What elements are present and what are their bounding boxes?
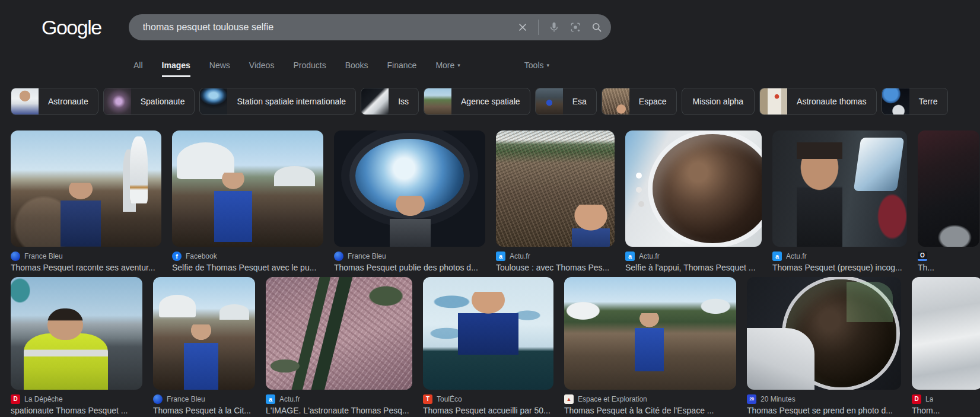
results-row-2: DLa Dépêchespationaute Thomas Pesquet ..…: [11, 277, 980, 415]
france-bleu-favicon: [334, 252, 343, 261]
result-title[interactable]: Toulouse : avec Thomas Pes...: [496, 263, 615, 272]
result-source[interactable]: aActu.fr: [266, 394, 412, 404]
tab-news[interactable]: News: [209, 61, 230, 77]
chip-label: Spationaute: [131, 97, 195, 106]
google-logo[interactable]: Google: [42, 16, 101, 39]
tab-more[interactable]: More▾: [435, 61, 460, 77]
filter-chips-row: AstronauteSpationauteStation spatiale in…: [0, 77, 980, 115]
result-title[interactable]: L'IMAGE. L'astronaute Thomas Pesq...: [266, 406, 412, 415]
result-title[interactable]: Th...: [918, 263, 979, 272]
filter-chip-esa[interactable]: Esa: [535, 88, 597, 115]
chip-thumbnail: [11, 88, 39, 115]
result-image[interactable]: [423, 277, 553, 390]
header: Google: [0, 0, 980, 55]
filter-chip-espace[interactable]: Espace: [602, 88, 677, 115]
result-source[interactable]: ▲Espace et Exploration: [564, 394, 736, 404]
espace-exploration-favicon: ▲: [564, 394, 574, 404]
tab-finance[interactable]: Finance: [387, 61, 417, 77]
search-bar[interactable]: [129, 14, 611, 40]
result-image[interactable]: [625, 130, 762, 247]
la-depeche-favicon: D: [912, 394, 921, 404]
result-source[interactable]: aActu.fr: [496, 252, 615, 261]
chip-label: Agence spatiale: [451, 97, 530, 106]
image-result-card: TToulÉcoThomas Pesquet accueilli par 50.…: [423, 277, 553, 415]
filter-chip-terre[interactable]: Terre: [882, 88, 948, 115]
filter-chip-station-spatiale-internationale[interactable]: Station spatiale internationale: [199, 88, 356, 115]
result-source[interactable]: aActu.fr: [625, 252, 762, 261]
image-result-card: DLaThom...: [912, 277, 980, 415]
result-title[interactable]: Thomas Pesquet à la Cit...: [153, 406, 255, 415]
camera-lens-icon[interactable]: [569, 21, 581, 33]
chevron-down-icon: ▾: [547, 62, 550, 68]
result-title[interactable]: Thomas Pesquet raconte ses aventur...: [11, 263, 161, 272]
result-image[interactable]: [153, 277, 255, 390]
france-bleu-favicon: [11, 252, 20, 261]
chip-thumbnail: [200, 88, 227, 115]
source-name: Facebook: [186, 252, 217, 260]
chevron-down-icon: ▾: [457, 62, 460, 68]
image-result-card: fFacebookSelfie de Thomas Pesquet avec l…: [172, 130, 323, 272]
result-title[interactable]: Thomas Pesquet à la Cité de l'Espace ...: [564, 406, 736, 415]
ouest-france-favicon: O: [918, 252, 927, 261]
tab-videos[interactable]: Videos: [249, 61, 275, 77]
result-image[interactable]: [496, 130, 615, 247]
chip-thumbnail: [104, 88, 131, 115]
chip-thumbnail: [602, 88, 629, 115]
result-image[interactable]: [172, 130, 323, 247]
tabs-row: AllImagesNewsVideosProductsBooksFinanceM…: [0, 55, 980, 77]
result-title[interactable]: spationaute Thomas Pesquet ...: [11, 406, 142, 415]
search-input[interactable]: [143, 22, 517, 33]
result-image[interactable]: [918, 130, 979, 247]
result-source[interactable]: 2020 Minutes: [747, 394, 901, 404]
result-image[interactable]: [772, 130, 907, 247]
actu-favicon: a: [772, 252, 782, 261]
tab-tools[interactable]: Tools ▾: [524, 61, 549, 77]
result-image[interactable]: [747, 277, 901, 390]
chip-thumbnail: [424, 88, 451, 115]
result-image[interactable]: [912, 277, 980, 390]
result-image[interactable]: [266, 277, 412, 390]
actu-favicon: a: [266, 394, 275, 404]
divider: [538, 20, 539, 35]
result-source[interactable]: TToulÉco: [423, 394, 553, 404]
result-image[interactable]: [334, 130, 485, 247]
result-image[interactable]: [11, 277, 142, 390]
result-title[interactable]: Thomas Pesquet se prend en photo d...: [747, 406, 901, 415]
result-title[interactable]: Thomas Pesquet publie des photos d...: [334, 263, 485, 272]
tab-books[interactable]: Books: [345, 61, 368, 77]
filter-chip-astronaute[interactable]: Astronaute: [11, 88, 98, 115]
filter-chip-spationaute[interactable]: Spationaute: [103, 88, 195, 115]
result-image[interactable]: [11, 130, 161, 247]
microphone-icon[interactable]: [548, 21, 560, 33]
result-source[interactable]: France Bleu: [153, 394, 255, 404]
filter-chip-agence-spatiale[interactable]: Agence spatiale: [424, 88, 530, 115]
filter-chip-astronaute-thomas[interactable]: Astronaute thomas: [759, 88, 877, 115]
chip-label: Station spatiale internationale: [227, 97, 355, 106]
result-title[interactable]: Thomas Pesquet accueilli par 50...: [423, 406, 553, 415]
google-images-page: Google AllImagesNewsVideosProduct: [0, 0, 980, 415]
chip-label: Iss: [389, 97, 418, 106]
filter-chip-iss[interactable]: Iss: [361, 88, 419, 115]
result-source[interactable]: O: [918, 252, 979, 261]
result-image[interactable]: [564, 277, 736, 390]
result-source[interactable]: aActu.fr: [772, 252, 907, 261]
result-title[interactable]: Selfie à l'appui, Thomas Pesquet ...: [625, 263, 762, 272]
result-source[interactable]: France Bleu: [11, 252, 161, 261]
tab-images[interactable]: Images: [162, 61, 190, 77]
result-title[interactable]: Thomas Pesquet (presque) incog...: [772, 263, 907, 272]
result-source[interactable]: DLa Dépêche: [11, 394, 142, 404]
tab-all[interactable]: All: [133, 61, 143, 77]
result-source[interactable]: fFacebook: [172, 252, 323, 261]
filter-chip-mission-alpha[interactable]: Mission alpha: [682, 88, 755, 115]
search-icon[interactable]: [591, 21, 603, 33]
tab-products[interactable]: Products: [293, 61, 326, 77]
chip-label: Astronaute: [39, 97, 98, 106]
source-name: France Bleu: [167, 395, 205, 403]
result-source[interactable]: France Bleu: [334, 252, 485, 261]
result-source[interactable]: DLa: [912, 394, 980, 404]
result-title[interactable]: Selfie de Thomas Pesquet avec le pu...: [172, 263, 323, 272]
clear-search-icon[interactable]: [517, 21, 529, 33]
image-result-card: aActu.frL'IMAGE. L'astronaute Thomas Pes…: [266, 277, 412, 415]
result-title[interactable]: Thom...: [912, 406, 980, 415]
source-name: ToulÉco: [437, 395, 462, 403]
